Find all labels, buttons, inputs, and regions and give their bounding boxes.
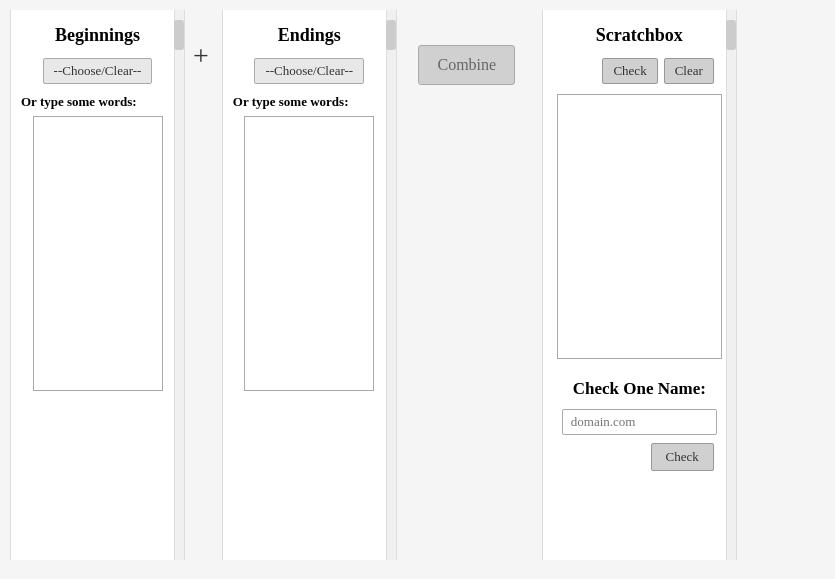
endings-or-type-label: Or type some words: bbox=[233, 94, 349, 110]
endings-scrollbar-track bbox=[386, 10, 396, 560]
plus-sign: + bbox=[185, 40, 217, 72]
endings-title: Endings bbox=[278, 25, 341, 46]
scratchbox-scrollbar-track bbox=[726, 10, 736, 560]
beginnings-scrollbar-thumb[interactable] bbox=[174, 20, 184, 50]
beginnings-textarea[interactable] bbox=[33, 116, 163, 391]
endings-textarea[interactable] bbox=[244, 116, 374, 391]
scratchbox-column: Scratchbox Check Clear Check One Name: C… bbox=[542, 10, 737, 560]
beginnings-or-type-label: Or type some words: bbox=[21, 94, 137, 110]
check-one-name-title: Check One Name: bbox=[573, 379, 706, 399]
endings-dropdown[interactable]: --Choose/Clear-- bbox=[254, 58, 364, 84]
domain-input[interactable] bbox=[562, 409, 717, 435]
beginnings-dropdown[interactable]: --Choose/Clear-- bbox=[43, 58, 153, 84]
scratchbox-textarea[interactable] bbox=[557, 94, 722, 359]
beginnings-column: Beginnings --Choose/Clear-- Or type some… bbox=[10, 10, 185, 560]
check-clear-row: Check Clear bbox=[602, 58, 713, 84]
combine-column: Combine bbox=[397, 10, 537, 560]
main-container: Beginnings --Choose/Clear-- Or type some… bbox=[0, 0, 835, 579]
endings-column: Endings --Choose/Clear-- Or type some wo… bbox=[222, 10, 397, 560]
plus-symbol: + bbox=[193, 40, 209, 72]
combine-button[interactable]: Combine bbox=[418, 45, 515, 85]
scratchbox-title: Scratchbox bbox=[596, 25, 683, 46]
scratchbox-check-button[interactable]: Check bbox=[602, 58, 657, 84]
check-single-button[interactable]: Check bbox=[651, 443, 714, 471]
beginnings-scrollbar-track bbox=[174, 10, 184, 560]
scratchbox-clear-button[interactable]: Clear bbox=[664, 58, 714, 84]
endings-scrollbar-thumb[interactable] bbox=[386, 20, 396, 50]
scratchbox-scrollbar-thumb[interactable] bbox=[726, 20, 736, 50]
beginnings-title: Beginnings bbox=[55, 25, 140, 46]
